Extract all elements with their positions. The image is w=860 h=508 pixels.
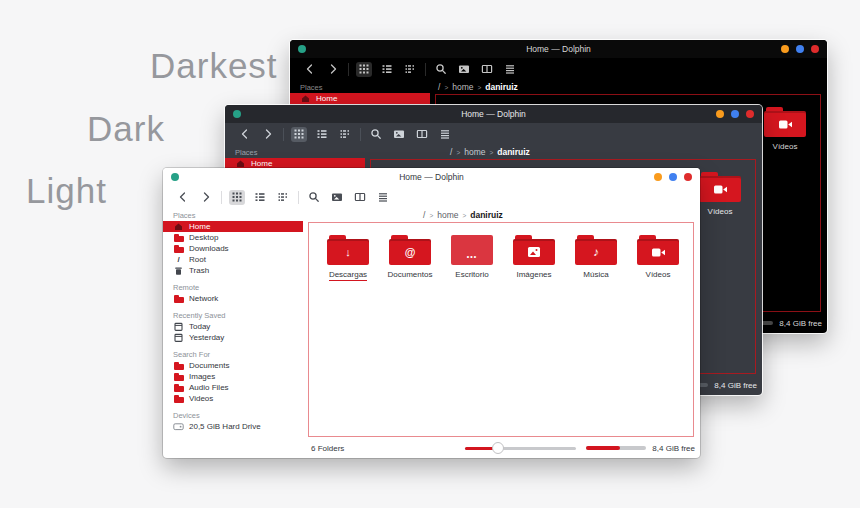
minimize-button[interactable] (781, 45, 789, 53)
sidebar-item-label: Today (189, 322, 210, 331)
videos-folder-icon (637, 235, 679, 265)
minimize-button[interactable] (716, 110, 724, 118)
folder-item[interactable]: Imágenes (503, 235, 565, 281)
sidebar-item-yesterday[interactable]: Yesterday (163, 332, 303, 343)
preview-button[interactable] (456, 62, 472, 77)
sidebar-item-network[interactable]: Network (163, 293, 303, 304)
folder-item[interactable]: Vídeos (627, 235, 689, 281)
window-controls (781, 45, 819, 53)
preview-button[interactable] (329, 190, 345, 205)
sidebar-item-trash[interactable]: Trash (163, 265, 303, 276)
breadcrumb-user[interactable]: daniruiz (497, 147, 530, 157)
sidebar-item-videos[interactable]: Videos (163, 393, 303, 404)
titlebar[interactable]: Home — Dolphin (225, 105, 762, 123)
folder-item[interactable]: ♪Música (565, 235, 627, 281)
sidebar-item-label: Desktop (189, 233, 218, 242)
menu-button[interactable] (375, 190, 391, 205)
breadcrumb-home[interactable]: home (437, 210, 458, 220)
sidebar-item-label: Downloads (189, 244, 229, 253)
split-view-button[interactable] (352, 190, 368, 205)
grid-view-button[interactable] (356, 62, 372, 77)
search-button[interactable] (306, 190, 322, 205)
folder-icon (173, 362, 184, 370)
preview-button[interactable] (391, 127, 407, 142)
breadcrumb-root[interactable]: / (423, 210, 425, 220)
breadcrumb-home[interactable]: home (452, 82, 473, 92)
menu-button[interactable] (437, 127, 453, 142)
video-camera-glyph-icon (713, 184, 728, 195)
breadcrumb-root[interactable]: / (438, 82, 440, 92)
maximize-button[interactable] (796, 45, 804, 53)
maximize-button[interactable] (669, 173, 677, 181)
sidebar-item-desktop[interactable]: Desktop (163, 232, 303, 243)
window-light: Home — Dolphin Places (163, 168, 700, 458)
breadcrumb-home[interactable]: home (464, 147, 485, 157)
minimize-button[interactable] (654, 173, 662, 181)
compact-view-button[interactable] (402, 62, 418, 77)
split-view-button[interactable] (414, 127, 430, 142)
titlebar[interactable]: Home — Dolphin (290, 40, 827, 58)
item-count: 6 Folders (311, 444, 344, 453)
folder-icon (173, 245, 184, 253)
breadcrumb-root[interactable]: / (450, 147, 452, 157)
menu-button[interactable] (502, 62, 518, 77)
trash-icon (173, 266, 184, 276)
maximize-button[interactable] (731, 110, 739, 118)
sidebar-item-home[interactable]: Home (163, 221, 303, 232)
titlebar[interactable]: Home — Dolphin (163, 168, 700, 186)
sidebar-item-downloads[interactable]: Downloads (163, 243, 303, 254)
breadcrumb[interactable]: / > home > daniruiz (365, 145, 762, 159)
back-button[interactable] (302, 62, 318, 77)
search-button[interactable] (368, 127, 384, 142)
list-view-button[interactable] (314, 127, 330, 142)
folder-item[interactable]: Vídeos (754, 107, 816, 151)
videos-folder-icon (699, 172, 741, 202)
folder-item[interactable]: @Documentos (379, 235, 441, 281)
back-button[interactable] (175, 190, 191, 205)
forward-button[interactable] (260, 127, 276, 142)
folder-item[interactable]: ↓Descargas (317, 235, 379, 281)
compact-view-icon (404, 63, 416, 75)
list-view-button[interactable] (252, 190, 268, 205)
split-view-button[interactable] (479, 62, 495, 77)
list-view-button[interactable] (379, 62, 395, 77)
grid-view-button[interactable] (291, 127, 307, 142)
zoom-slider-handle[interactable] (492, 442, 504, 454)
compact-view-button[interactable] (337, 127, 353, 142)
sidebar-item-home[interactable]: Home (290, 93, 430, 104)
split-view-icon (354, 191, 366, 203)
search-button[interactable] (433, 62, 449, 77)
sidebar-item-label: Root (189, 255, 206, 264)
sidebar-item-today[interactable]: Today (163, 321, 303, 332)
breadcrumb-user[interactable]: daniruiz (470, 210, 503, 220)
forward-button[interactable] (325, 62, 341, 77)
sidebar-item-audio-files[interactable]: Audio Files (163, 382, 303, 393)
breadcrumb-user[interactable]: daniruiz (485, 82, 518, 92)
breadcrumb[interactable]: / > home > daniruiz (430, 80, 827, 94)
videos-folder-icon (764, 107, 806, 137)
close-button[interactable] (746, 110, 754, 118)
folder-item[interactable]: •••Escritorio (441, 235, 503, 281)
download-folder-icon: ↓ (327, 235, 369, 265)
folder-label: Documentos (388, 270, 433, 279)
sidebar-item-root[interactable]: / Root (163, 254, 303, 265)
compact-view-button[interactable] (275, 190, 291, 205)
grid-view-button[interactable] (229, 190, 245, 205)
close-button[interactable] (684, 173, 692, 181)
forward-button[interactable] (198, 190, 214, 205)
compact-view-icon (277, 191, 289, 203)
close-button[interactable] (811, 45, 819, 53)
zoom-slider[interactable] (465, 447, 576, 450)
chevron-right-icon: > (477, 84, 481, 91)
theme-label-darkest: Darkest (150, 46, 278, 86)
folder-grid: ↓Descargas @Documentos •••Escritorio Imá… (309, 223, 693, 281)
sidebar-item-documents[interactable]: Documents (163, 360, 303, 371)
sidebar-item-images[interactable]: Images (163, 371, 303, 382)
folder-icon (173, 373, 184, 381)
breadcrumb[interactable]: / > home > daniruiz (303, 208, 700, 222)
back-button[interactable] (237, 127, 253, 142)
folder-label: Escritorio (455, 270, 488, 279)
folder-view[interactable]: ↓Descargas @Documentos •••Escritorio Imá… (308, 222, 694, 437)
sidebar-item-hard-drive[interactable]: 20,5 GiB Hard Drive (163, 421, 303, 432)
window-title: Home — Dolphin (225, 109, 762, 119)
